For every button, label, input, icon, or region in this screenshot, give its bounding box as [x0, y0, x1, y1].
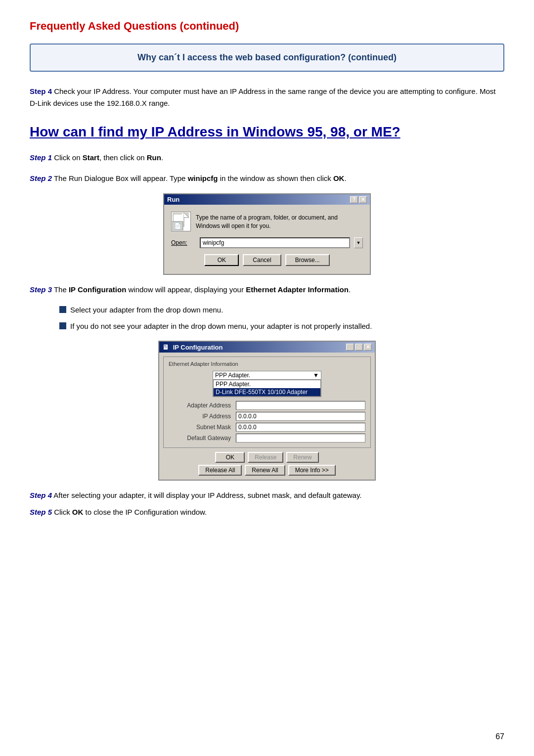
step3-mid: window will appear, displaying your [126, 285, 246, 294]
faq-header: Frequently Asked Questions (continued) [30, 20, 504, 33]
ip-group-label: Ethernet Adapter Information [169, 361, 365, 367]
bullet-text-2: If you do not see your adapter in the dr… [70, 321, 372, 332]
svg-text:📄: 📄 [174, 222, 181, 229]
ip-ok-button[interactable]: OK [215, 452, 245, 463]
ip-option-ppp[interactable]: PPP Adapter. [214, 380, 320, 388]
ip-maximize-button[interactable]: □ [355, 344, 363, 351]
step1-mid: , then click on [99, 153, 147, 162]
svg-rect-1 [173, 213, 182, 215]
step2-ok: OK [333, 174, 345, 182]
ip-titlebar-icon: 🖥 [162, 343, 169, 351]
step5-block: Step 5 Click OK to close the IP Configur… [30, 506, 504, 518]
ip-more-info-button[interactable]: More Info >> [288, 465, 336, 476]
step4-label: Step 4 [30, 87, 52, 95]
ip-address-value: 0.0.0.0 [236, 412, 365, 421]
run-dialog-title: Run [167, 196, 179, 203]
bullet-item-1: Select your adapter from the drop down m… [59, 305, 504, 316]
ip-release-all-button[interactable]: Release All [198, 465, 242, 476]
bullet-square-2 [59, 322, 66, 329]
ip-adapter-dropdown[interactable]: PPP Adapter. ▼ PPP Adapter. D-Link DFE-5… [213, 371, 321, 397]
ip-dropdown-options: PPP Adapter. D-Link DFE-550TX 10/100 Ada… [213, 380, 321, 397]
ip-close-button[interactable]: ✕ [364, 344, 372, 351]
ip-group-box: Ethernet Adapter Information PPP Adapter… [163, 356, 371, 448]
step3-label: Step 3 [30, 285, 52, 294]
ip-release-button[interactable]: Release [248, 452, 283, 463]
step3-bold1: IP Configuration [69, 285, 126, 294]
bullet-list: Select your adapter from the drop down m… [59, 305, 504, 332]
run-open-input[interactable]: winipcfg [200, 237, 350, 248]
step1-bold2: Run [147, 153, 161, 162]
step1-end: . [161, 153, 163, 162]
step4-after-block: Step 4 After selecting your adapter, it … [30, 489, 504, 501]
ip-minimize-button[interactable]: _ [346, 344, 354, 351]
adapter-address-value [236, 401, 365, 410]
subnet-mask-value: 0.0.0.0 [236, 423, 365, 432]
ip-renew-all-button[interactable]: Renew All [245, 465, 285, 476]
run-dialog-titlebar: Run ? ✕ [164, 194, 370, 205]
section-heading: How can I find my IP Address in Windows … [30, 123, 504, 141]
ip-config-dialog: 🖥 IP Configuration _ □ ✕ Ethernet Adapte… [158, 341, 376, 481]
step2-end2: . [344, 174, 346, 182]
run-ok-button[interactable]: OK [204, 254, 239, 266]
step2-end: in the window as shown then click [218, 174, 333, 182]
subnet-mask-label: Subnet Mask [169, 424, 233, 431]
ip-dialog-titlebar: 🖥 IP Configuration _ □ ✕ [159, 342, 375, 353]
help-button[interactable]: ? [350, 196, 358, 203]
step5-end: to close the IP Configuration window. [83, 508, 207, 516]
step3-end: . [349, 285, 351, 294]
run-dialog-body: 📄 Type the name of a program, folder, or… [164, 205, 370, 274]
step1-block: Step 1 Click on Start, then click on Run… [30, 152, 504, 164]
run-dialog: Run ? ✕ 📄 Type the name of a progr [163, 193, 371, 275]
run-open-label: Open: [171, 239, 196, 246]
step5-label: Step 5 [30, 508, 52, 516]
bullet-item-2: If you do not see your adapter in the dr… [59, 321, 504, 332]
default-gateway-label: Default Gateway [169, 435, 233, 442]
run-cancel-button[interactable]: Cancel [243, 254, 281, 266]
ip-renew-button[interactable]: Renew [286, 452, 318, 463]
run-buttons-row: OK Cancel Browse... [171, 254, 363, 269]
step2-bold: winipcfg [188, 174, 218, 182]
close-button[interactable]: ✕ [359, 196, 367, 203]
step2-block: Step 2 The Run Dialogue Box will appear.… [30, 173, 504, 184]
ip-fields: Adapter Address IP Address 0.0.0.0 Subne… [169, 401, 365, 443]
step4-after-label: Step 4 [30, 491, 52, 499]
default-gateway-value [236, 434, 365, 443]
step3-block: Step 3 The IP Configuration window will … [30, 284, 504, 296]
titlebar-buttons: ? ✕ [350, 196, 367, 203]
bullet-text-1: Select your adapter from the drop down m… [70, 305, 223, 316]
step3-text: The [52, 285, 69, 294]
step4-after-text: After selecting your adapter, it will di… [52, 491, 361, 499]
step1-bold1: Start [83, 153, 99, 162]
bullet-square-1 [59, 306, 66, 313]
step2-text: The Run Dialogue Box will appear. Type [52, 174, 188, 182]
ip-option-dlink[interactable]: D-Link DFE-550TX 10/100 Adapter [214, 388, 320, 396]
ip-address-label: IP Address [169, 413, 233, 420]
blue-box-title: Why can´t I access the web based configu… [43, 52, 491, 63]
step2-label: Step 2 [30, 174, 52, 182]
run-browse-button[interactable]: Browse... [285, 254, 330, 266]
step1-text: Click on [52, 153, 83, 162]
step5-bold: OK [72, 508, 84, 516]
ip-titlebar-buttons: _ □ ✕ [346, 344, 372, 351]
run-open-row: Open: winipcfg ▼ [171, 237, 363, 248]
ip-adapter-dropdown-row: PPP Adapter. ▼ PPP Adapter. D-Link DFE-5… [169, 371, 365, 397]
blue-box: Why can´t I access the web based configu… [30, 44, 504, 72]
run-description: Type the name of a program, folder, or d… [196, 214, 363, 230]
ip-buttons-row1: OK Release Renew [163, 452, 371, 463]
run-icon-row: 📄 Type the name of a program, folder, or… [171, 212, 363, 231]
page-number: 67 [495, 732, 504, 741]
step5-text: Click [52, 508, 72, 516]
ip-dialog-title: IP Configuration [173, 344, 223, 351]
run-icon: 📄 [171, 212, 191, 231]
ip-buttons-row2: Release All Renew All More Info >> [163, 465, 371, 476]
step4-intro-block: Step 4 Check your IP Address. Your compu… [30, 86, 504, 109]
adapter-address-label: Adapter Address [169, 402, 233, 409]
run-dropdown-arrow[interactable]: ▼ [354, 237, 363, 248]
step1-label: Step 1 [30, 153, 52, 162]
step4-intro-text: Check your IP Address. Your computer mus… [30, 87, 495, 107]
step3-bold2: Ethernet Adapter Information [246, 285, 349, 294]
